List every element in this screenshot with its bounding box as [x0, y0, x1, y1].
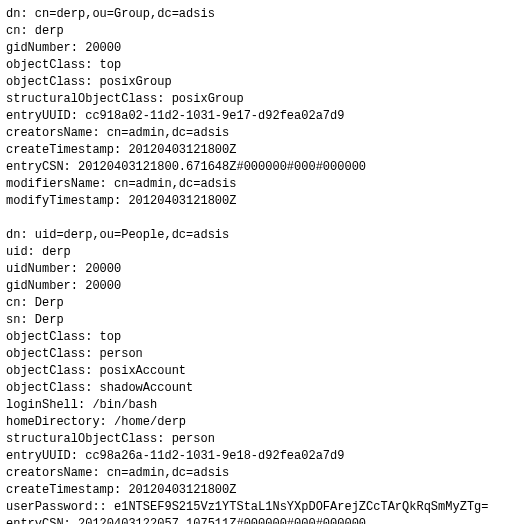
ldif-line: sn: Derp — [6, 312, 524, 329]
ldif-line: uidNumber: 20000 — [6, 261, 524, 278]
ldif-line: gidNumber: 20000 — [6, 40, 524, 57]
ldif-line: entryUUID: cc918a02-11d2-1031-9e17-d92fe… — [6, 108, 524, 125]
ldif-line: structuralObjectClass: posixGroup — [6, 91, 524, 108]
ldif-line: creatorsName: cn=admin,dc=adsis — [6, 125, 524, 142]
ldif-line: createTimestamp: 20120403121800Z — [6, 482, 524, 499]
ldif-line: homeDirectory: /home/derp — [6, 414, 524, 431]
ldif-line: entryUUID: cc98a26a-11d2-1031-9e18-d92fe… — [6, 448, 524, 465]
ldif-line: objectClass: top — [6, 329, 524, 346]
ldif-line: creatorsName: cn=admin,dc=adsis — [6, 465, 524, 482]
ldif-line: cn: Derp — [6, 295, 524, 312]
ldif-line: objectClass: posixAccount — [6, 363, 524, 380]
ldif-line: createTimestamp: 20120403121800Z — [6, 142, 524, 159]
ldif-line: modifiersName: cn=admin,dc=adsis — [6, 176, 524, 193]
ldif-line: objectClass: posixGroup — [6, 74, 524, 91]
ldif-line: structuralObjectClass: person — [6, 431, 524, 448]
ldif-line: entryCSN: 20120403121800.671648Z#000000#… — [6, 159, 524, 176]
ldif-line: dn: uid=derp,ou=People,dc=adsis — [6, 227, 524, 244]
ldif-line: gidNumber: 20000 — [6, 278, 524, 295]
ldif-line: entryCSN: 20120403122057.107511Z#000000#… — [6, 516, 524, 524]
ldif-line: objectClass: top — [6, 57, 524, 74]
ldif-dump: dn: cn=derp,ou=Group,dc=adsiscn: derpgid… — [0, 0, 530, 524]
ldif-line: cn: derp — [6, 23, 524, 40]
ldif-line: userPassword:: e1NTSEF9S215Vz1YTStaL1NsY… — [6, 499, 524, 516]
ldif-line: objectClass: shadowAccount — [6, 380, 524, 397]
ldif-line: uid: derp — [6, 244, 524, 261]
ldif-line: objectClass: person — [6, 346, 524, 363]
entry-separator — [6, 210, 524, 227]
ldif-line: loginShell: /bin/bash — [6, 397, 524, 414]
ldif-line: modifyTimestamp: 20120403121800Z — [6, 193, 524, 210]
ldif-line: dn: cn=derp,ou=Group,dc=adsis — [6, 6, 524, 23]
